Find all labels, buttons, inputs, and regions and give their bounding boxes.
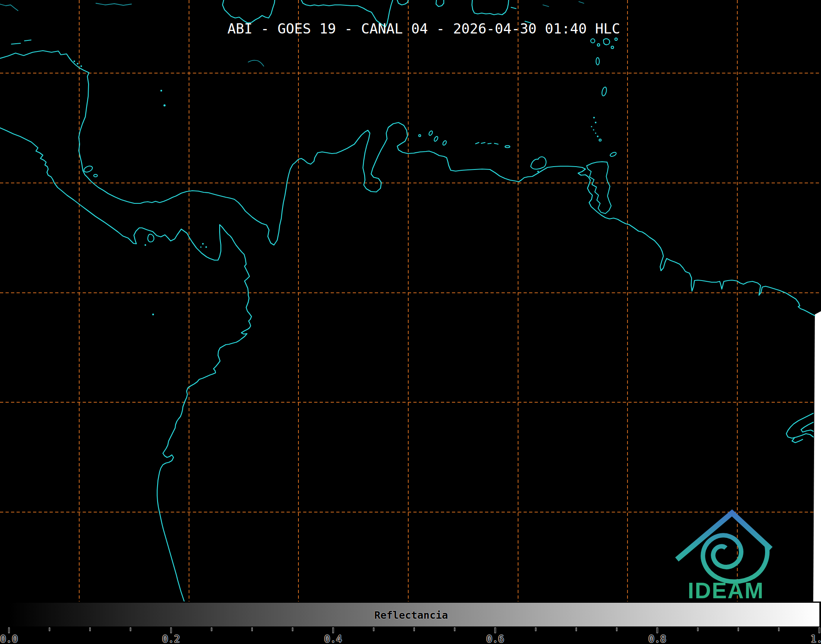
coastlines bbox=[0, 0, 815, 601]
ideam-logo-spiral bbox=[703, 535, 768, 582]
colorbar-tick-label-1: 0.2 bbox=[162, 633, 180, 644]
map-canvas bbox=[0, 0, 821, 644]
image-title: ABI - GOES 19 - CANAL 04 - 2026-04-30 01… bbox=[227, 20, 620, 37]
satellite-image-viewport: ABI - GOES 19 - CANAL 04 - 2026-04-30 01… bbox=[0, 0, 821, 644]
colorbar-tick-label-0: 0.0 bbox=[0, 633, 18, 644]
graticule-grid bbox=[0, 0, 821, 602]
colorbar-tick-label-3: 0.6 bbox=[486, 633, 504, 644]
ideam-logo-text: IDEAM bbox=[688, 577, 764, 604]
colorbar-label: Reflectancia bbox=[374, 609, 448, 621]
colorbar-tick-label-4: 0.8 bbox=[648, 633, 666, 644]
ideam-logo bbox=[677, 513, 771, 582]
colorbar-ticks bbox=[9, 628, 820, 633]
colorbar-tick-label-2: 0.4 bbox=[324, 633, 342, 644]
terminator-white-strip bbox=[813, 311, 821, 602]
colorbar-tick-label-5: 1.0 bbox=[810, 633, 821, 644]
